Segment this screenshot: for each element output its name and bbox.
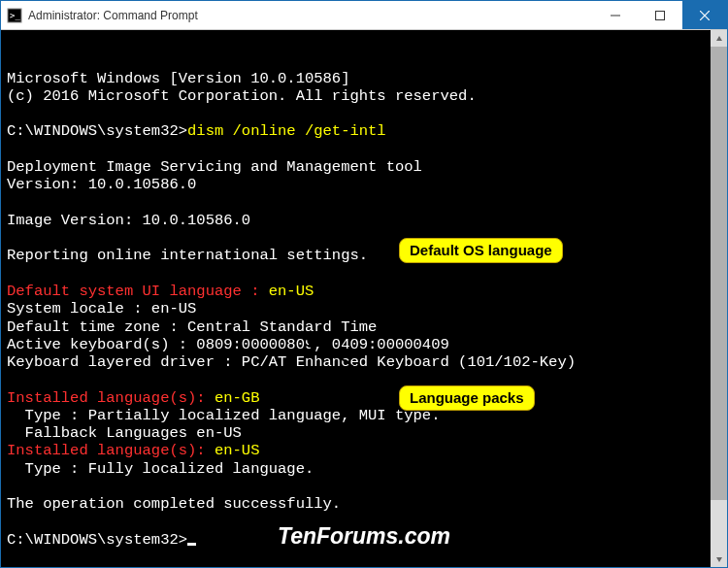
output-line: Image Version: 10.0.10586.0 <box>7 212 250 229</box>
installed-lang-label: Installed language(s): <box>7 389 215 407</box>
scrollbar-thumb[interactable] <box>711 47 727 500</box>
callout-text: Default OS language <box>410 242 552 258</box>
output-line: Microsoft Windows [Version 10.0.10586] <box>7 70 349 87</box>
output-line: Active keyboard(s) : 0809:00000809, 0409… <box>7 336 449 353</box>
window-title: Administrator: Command Prompt <box>28 9 593 22</box>
command-prompt-window: >_ Administrator: Command Prompt Microso… <box>0 0 728 568</box>
scroll-up-button[interactable] <box>711 30 727 47</box>
installed-lang-value: en-US <box>215 442 260 459</box>
output-line: Reporting online international settings. <box>7 247 368 264</box>
watermark: TenForums.com <box>278 523 450 550</box>
prompt: C:\WINDOWS\system32> <box>7 122 187 140</box>
output-line: Type : Fully localized language. <box>7 460 314 478</box>
svg-rect-3 <box>656 11 665 19</box>
maximize-button[interactable] <box>638 1 682 29</box>
installed-lang-value: en-GB <box>215 389 260 407</box>
output-line: Type : Partially localized language, MUI… <box>7 407 440 424</box>
svg-marker-7 <box>716 557 722 562</box>
cmd-icon: >_ <box>7 8 22 23</box>
output-line: Fallback Languages en-US <box>7 424 242 442</box>
callout-language-packs: Language packs <box>399 385 535 411</box>
terminal-area[interactable]: Microsoft Windows [Version 10.0.10586] (… <box>1 30 727 567</box>
cursor <box>187 543 196 546</box>
output-line: Default time zone : Central Standard Tim… <box>7 318 377 336</box>
terminal-output: Microsoft Windows [Version 10.0.10586] (… <box>7 70 721 550</box>
command-text: dism /online /get-intl <box>187 122 386 140</box>
close-button[interactable] <box>682 1 727 29</box>
callout-default-os-language: Default OS language <box>399 238 563 263</box>
output-line: Deployment Image Servicing and Managemen… <box>7 158 422 176</box>
default-ui-lang-label: Default system UI language : <box>7 283 269 300</box>
minimize-button[interactable] <box>593 1 638 29</box>
callout-text: Language packs <box>410 389 524 406</box>
output-line: The operation completed successfully. <box>7 495 341 513</box>
scroll-down-button[interactable] <box>711 551 727 567</box>
installed-lang-label: Installed language(s): <box>7 442 215 459</box>
output-line: (c) 2016 Microsoft Corporation. All righ… <box>7 87 477 105</box>
svg-text:>_: >_ <box>10 11 20 20</box>
default-ui-lang-value: en-US <box>269 283 314 300</box>
vertical-scrollbar[interactable] <box>711 30 727 567</box>
scrollbar-track[interactable] <box>711 47 727 551</box>
output-line: System locale : en-US <box>7 300 196 317</box>
window-controls <box>593 1 727 29</box>
prompt: C:\WINDOWS\system32> <box>7 531 187 549</box>
svg-marker-6 <box>716 36 722 41</box>
output-line: Version: 10.0.10586.0 <box>7 176 196 193</box>
output-line: Keyboard layered driver : PC/AT Enhanced… <box>7 353 576 371</box>
titlebar[interactable]: >_ Administrator: Command Prompt <box>1 1 727 30</box>
